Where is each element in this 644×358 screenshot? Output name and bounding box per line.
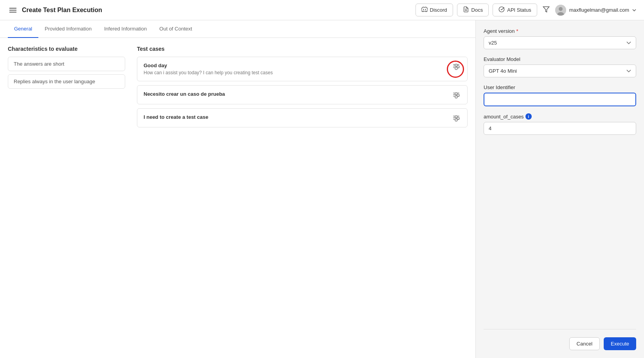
docs-label: Docs xyxy=(471,7,483,13)
agent-version-label: Agent version * xyxy=(484,28,636,34)
tab-out-of-context[interactable]: Out of Context xyxy=(153,20,198,38)
svg-point-2 xyxy=(499,7,504,12)
tabs: General Provided Information Infered Inf… xyxy=(0,20,475,38)
characteristics-section: Characteristics to evaluate The answers … xyxy=(8,46,125,131)
cancel-button[interactable]: Cancel xyxy=(569,337,600,350)
test-case-content: I need to create a test case xyxy=(144,114,452,122)
hamburger-menu[interactable] xyxy=(8,6,18,14)
user-identifier-group: User Identifier xyxy=(484,84,636,106)
tab-general[interactable]: General xyxy=(8,20,38,38)
characteristics-title: Characteristics to evaluate xyxy=(8,46,125,52)
docs-icon xyxy=(463,6,469,14)
docs-button[interactable]: Docs xyxy=(457,4,489,16)
user-identifier-label: User Identifier xyxy=(484,84,636,90)
test-case-content: Good day How can i assist you today? I c… xyxy=(144,63,452,75)
execute-button[interactable]: Execute xyxy=(604,337,636,350)
main-layout: General Provided Information Infered Inf… xyxy=(0,20,644,358)
agent-version-select[interactable]: v25v24v23 xyxy=(484,36,636,49)
discord-icon xyxy=(421,6,428,14)
characteristic-item: Replies always in the user language xyxy=(8,74,125,89)
test-case-content: Necesito crear un caso de prueba xyxy=(144,91,452,98)
svg-marker-3 xyxy=(543,7,549,12)
svg-point-5 xyxy=(559,7,563,11)
test-case-title: Good day xyxy=(144,63,452,68)
tab-infered-information[interactable]: Infered Information xyxy=(98,20,153,38)
topnav: Create Test Plan Execution Discord Docs … xyxy=(0,0,644,20)
evaluator-model-group: Evaluator Model GPT 4o MiniGPT 4oGPT 3.5… xyxy=(484,56,636,77)
api-status-button[interactable]: API Status xyxy=(493,4,537,16)
right-panel: Agent version * v25v24v23 Evaluator Mode… xyxy=(476,20,644,358)
filter-icon[interactable] xyxy=(541,4,551,16)
test-case-title: I need to create a test case xyxy=(144,114,452,120)
test-cases-section: Test cases Good day How can i assist you… xyxy=(137,46,468,131)
content-panel: General Provided Information Infered Inf… xyxy=(0,20,476,358)
evaluator-model-label: Evaluator Model xyxy=(484,56,636,62)
discord-button[interactable]: Discord xyxy=(416,4,453,16)
test-case-description: How can i assist you today? I can help y… xyxy=(144,70,452,75)
test-case-title: Necesito crear un caso de prueba xyxy=(144,91,452,97)
evaluator-model-select[interactable]: GPT 4o MiniGPT 4oGPT 3.5 Turbo xyxy=(484,64,636,77)
topnav-right: Discord Docs API Status maxflugelman@gma… xyxy=(416,4,636,16)
api-status-icon xyxy=(498,6,505,14)
user-email: maxflugelman@gmail.com xyxy=(569,7,629,13)
content-body: Characteristics to evaluate The answers … xyxy=(0,38,475,139)
info-icon[interactable]: i xyxy=(525,113,532,120)
required-star: * xyxy=(516,28,518,34)
tune-icon[interactable] xyxy=(452,114,461,121)
amount-of-cases-input[interactable] xyxy=(484,122,636,135)
test-case-item[interactable]: Necesito crear un caso de prueba xyxy=(137,85,468,104)
characteristic-item: The answers are short xyxy=(8,57,125,71)
user-info[interactable]: maxflugelman@gmail.com xyxy=(555,5,636,16)
agent-version-group: Agent version * v25v24v23 xyxy=(484,28,636,49)
tune-icon[interactable] xyxy=(452,91,461,98)
tab-provided-information[interactable]: Provided Information xyxy=(38,20,98,38)
tune-icon[interactable] xyxy=(452,63,461,70)
user-dropdown-icon xyxy=(632,9,636,11)
topnav-left: Create Test Plan Execution xyxy=(8,6,102,14)
test-cases-title: Test cases xyxy=(137,46,468,52)
discord-label: Discord xyxy=(430,7,447,13)
user-identifier-input[interactable] xyxy=(484,93,636,106)
amount-of-cases-group: amount_of_cases i xyxy=(484,113,636,135)
avatar xyxy=(555,5,566,16)
panel-footer: Cancel Execute xyxy=(484,329,636,350)
api-status-label: API Status xyxy=(507,7,531,13)
page-title: Create Test Plan Execution xyxy=(22,7,102,14)
amount-of-cases-label: amount_of_cases i xyxy=(484,113,636,120)
test-case-item[interactable]: I need to create a test case xyxy=(137,108,468,127)
test-case-item[interactable]: Good day How can i assist you today? I c… xyxy=(137,57,468,81)
